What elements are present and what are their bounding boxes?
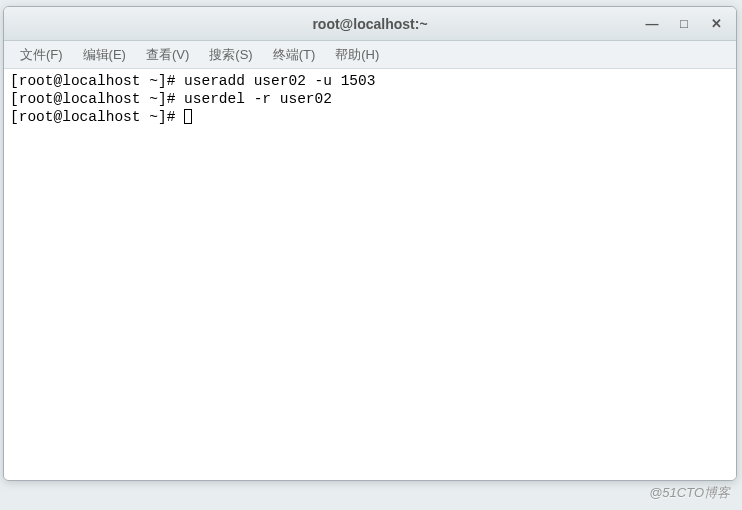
window-controls: — □ ✕ [638, 7, 730, 40]
close-icon: ✕ [711, 16, 722, 31]
window-title: root@localhost:~ [312, 16, 427, 32]
menu-file[interactable]: 文件(F) [12, 43, 71, 67]
titlebar[interactable]: root@localhost:~ — □ ✕ [4, 7, 736, 41]
terminal-line: [root@localhost ~]# useradd user02 -u 15… [10, 72, 730, 90]
menubar: 文件(F) 编辑(E) 查看(V) 搜索(S) 终端(T) 帮助(H) [4, 41, 736, 69]
command-text: userdel -r user02 [184, 91, 332, 107]
minimize-icon: — [646, 16, 659, 31]
menu-search[interactable]: 搜索(S) [201, 43, 260, 67]
terminal-area[interactable]: [root@localhost ~]# useradd user02 -u 15… [4, 69, 736, 480]
menu-terminal[interactable]: 终端(T) [265, 43, 324, 67]
menu-edit[interactable]: 编辑(E) [75, 43, 134, 67]
command-text: useradd user02 -u 1503 [184, 73, 375, 89]
terminal-line: [root@localhost ~]# [10, 108, 730, 126]
prompt: [root@localhost ~]# [10, 91, 184, 107]
menu-view[interactable]: 查看(V) [138, 43, 197, 67]
cursor [184, 109, 192, 124]
maximize-button[interactable]: □ [670, 13, 698, 35]
close-button[interactable]: ✕ [702, 13, 730, 35]
minimize-button[interactable]: — [638, 13, 666, 35]
maximize-icon: □ [680, 16, 688, 31]
watermark: @51CTO博客 [649, 484, 730, 502]
menu-help[interactable]: 帮助(H) [327, 43, 387, 67]
prompt: [root@localhost ~]# [10, 73, 184, 89]
terminal-line: [root@localhost ~]# userdel -r user02 [10, 90, 730, 108]
terminal-window: root@localhost:~ — □ ✕ 文件(F) 编辑(E) 查看(V)… [3, 6, 737, 481]
prompt: [root@localhost ~]# [10, 109, 184, 125]
